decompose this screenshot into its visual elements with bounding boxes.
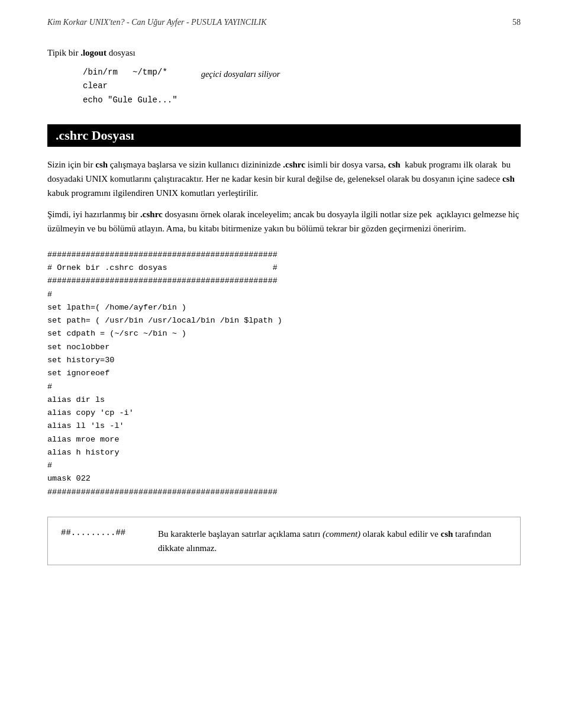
logout-code-comment: geçici dosyaları siliyor [201, 66, 280, 82]
note-text-2: olarak kabul edilir ve [363, 529, 438, 539]
logout-code-lines: /bin/rm ~/tmp/* clear echo "Gule Gule...… [83, 66, 178, 108]
intro-bold: .logout [80, 48, 106, 57]
section-heading: .cshrc Dosyası [47, 124, 521, 147]
page-container: Kim Korkar UNIX'ten? - Can Uğur Ayfer - … [0, 0, 568, 728]
logout-code-area: /bin/rm ~/tmp/* clear echo "Gule Gule...… [83, 66, 521, 108]
header-page-num: 58 [512, 18, 521, 27]
note-italic: (comment) [322, 529, 360, 539]
intro-label: Tipik bir .logout dosyası [47, 46, 521, 60]
body-paragraph-2: Şimdi, iyi hazırlanmış bir .cshrc dosyas… [47, 207, 521, 236]
section-heading-text: .cshrc Dosyası [56, 128, 134, 143]
body-paragraph-1: Sizin için bir csh çalışmaya başlarsa ve… [47, 157, 521, 200]
note-right: Bu karakterle başlayan satırlar açıklama… [158, 527, 507, 555]
note-box: ##.........## Bu karakterle başlayan sat… [47, 517, 521, 565]
code-block: ########################################… [47, 249, 521, 499]
note-left: ##.........## [61, 527, 144, 537]
page-header: Kim Korkar UNIX'ten? - Can Uğur Ayfer - … [47, 18, 521, 30]
note-text-1: Bu karakterle başlayan satırlar açıklama… [158, 529, 320, 539]
intro-section: Tipik bir .logout dosyası /bin/rm ~/tmp/… [47, 46, 521, 108]
note-bold: csh [441, 529, 453, 539]
header-title: Kim Korkar UNIX'ten? - Can Uğur Ayfer - … [47, 18, 267, 27]
